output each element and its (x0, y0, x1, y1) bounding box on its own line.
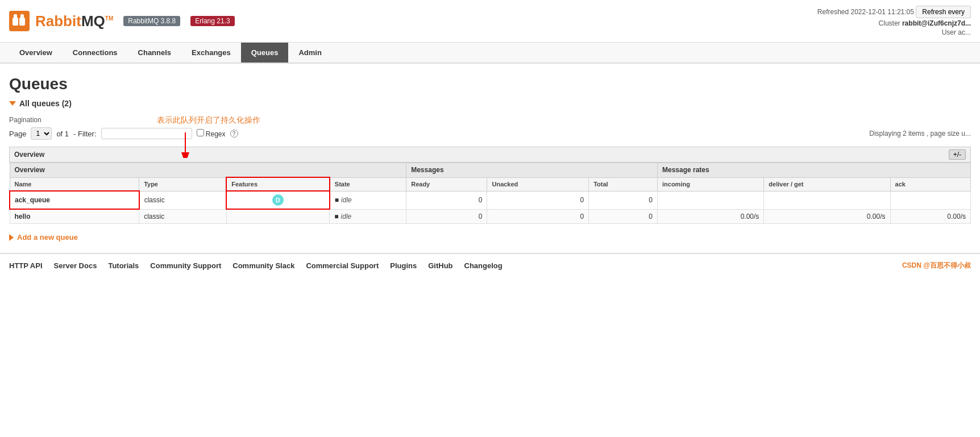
footer-github[interactable]: GitHub (428, 261, 452, 270)
footer-commercial-support[interactable]: Commercial Support (306, 261, 379, 270)
logo-area: RabbitMQTM RabbitMQ 3.8.8 Erlang 21.3 (9, 11, 235, 31)
add-queue-expand-icon (9, 234, 14, 241)
add-queue-label: Add a new queue (17, 233, 78, 242)
logo-text: RabbitMQTM (35, 13, 113, 30)
footer-changelog[interactable]: Changelog (464, 261, 503, 270)
row-name[interactable]: ack_queue (10, 191, 139, 209)
row-deliver-get (764, 191, 890, 209)
row-unacked: 0 (487, 209, 589, 224)
row-ready: 0 (406, 209, 487, 224)
col-incoming[interactable]: incoming (657, 177, 763, 191)
row-total: 0 (589, 191, 658, 209)
col-features[interactable]: Features (226, 177, 330, 191)
erlang-version-badge: Erlang 21.3 (190, 16, 234, 26)
filter-label: - Filter: (73, 130, 96, 138)
regex-help-icon[interactable]: ? (230, 130, 238, 138)
annotation-arrow-icon (180, 130, 214, 158)
col-name[interactable]: Name (10, 177, 139, 191)
col-state[interactable]: State (330, 177, 406, 191)
footer: HTTP API Server Docs Tutorials Community… (0, 253, 980, 277)
col-deliver-get[interactable]: deliver / get (764, 177, 890, 191)
row-name[interactable]: hello (10, 209, 139, 224)
filter-input[interactable] (101, 128, 192, 139)
cluster-info: Cluster rabbit@iZuf6cnjz7d... (817, 19, 971, 27)
row-type: classic (139, 209, 227, 224)
table-container: 表示此队列开启了持久化操作 Overview +/- Overview Mess… (9, 147, 971, 224)
msg-rates-col-header: Message rates (657, 163, 970, 178)
plus-minus-button[interactable]: +/- (949, 149, 966, 160)
row-total: 0 (589, 209, 658, 224)
refreshed-timestamp: Refreshed 2022-12-01 11:21:05 Refresh ev… (817, 6, 971, 18)
page-label: Page (9, 130, 26, 138)
row-state: ■idle (330, 191, 406, 209)
cluster-name: rabbit@iZuf6cnjz7d... (902, 19, 971, 27)
rabbitmq-version-badge: RabbitMQ 3.8.8 (123, 16, 180, 26)
rabbit-logo-icon (9, 11, 30, 31)
footer-community-support[interactable]: Community Support (150, 261, 221, 270)
row-ack: 0.00/s (890, 209, 970, 224)
pagination-label: Pagination (9, 116, 971, 124)
footer-http-api[interactable]: HTTP API (9, 261, 43, 270)
nav-exchanges[interactable]: Exchanges (181, 43, 241, 63)
footer-server-docs[interactable]: Server Docs (54, 261, 97, 270)
annotation-text: 表示此队列开启了持久化操作 (157, 115, 260, 126)
footer-credit: CSDN @百思不得小叔 (902, 261, 971, 270)
row-type: classic (139, 191, 227, 209)
row-ready: 0 (406, 191, 487, 209)
messages-col-header: Messages (406, 163, 658, 178)
row-features (226, 209, 330, 224)
row-state: ■idle (330, 209, 406, 224)
col-total[interactable]: Total (589, 177, 658, 191)
page-select[interactable]: 1 (31, 127, 52, 140)
main-content: Queues All queues (2) Pagination Page 1 … (0, 64, 980, 253)
nav-queues[interactable]: Queues (241, 43, 289, 63)
refresh-every-button[interactable]: Refresh every (916, 6, 971, 18)
all-queues-label: All queues (2) (19, 99, 72, 108)
page-title: Queues (9, 75, 971, 93)
col-type[interactable]: Type (139, 177, 227, 191)
footer-plugins[interactable]: Plugins (390, 261, 417, 270)
svg-rect-2 (14, 14, 17, 20)
add-queue-section[interactable]: Add a new queue (9, 233, 971, 242)
displaying-info: Displaying 2 items , page size u... (869, 130, 971, 138)
collapse-triangle-icon (9, 101, 16, 106)
col-unacked[interactable]: Unacked (487, 177, 589, 191)
row-deliver-get: 0.00/s (764, 209, 890, 224)
row-unacked: 0 (487, 191, 589, 209)
row-incoming: 0.00/s (657, 209, 763, 224)
col-ready[interactable]: Ready (406, 177, 487, 191)
nav-overview[interactable]: Overview (9, 43, 63, 63)
queues-table: Overview Messages Message rates Name Typ… (9, 163, 971, 224)
nav-connections[interactable]: Connections (63, 43, 128, 63)
col-ack[interactable]: ack (890, 177, 970, 191)
overview-col-header: Overview (10, 163, 406, 178)
table-row: hello classic ■idle 0 0 0 0.00/s 0.00/s … (10, 209, 971, 224)
row-ack (890, 191, 970, 209)
of-label: of 1 (56, 130, 69, 138)
footer-community-slack[interactable]: Community Slack (232, 261, 294, 270)
navbar: Overview Connections Channels Exchanges … (0, 43, 980, 64)
nav-admin[interactable]: Admin (288, 43, 331, 63)
svg-rect-3 (20, 14, 24, 20)
header-right: Refreshed 2022-12-01 11:21:05 Refresh ev… (817, 6, 971, 36)
pagination-row: Page 1 of 1 - Filter: Regex ? Displaying… (9, 127, 971, 140)
header: RabbitMQTM RabbitMQ 3.8.8 Erlang 21.3 Re… (0, 0, 980, 43)
feature-d-badge[interactable]: D (272, 194, 284, 206)
user-info: User ac... (817, 28, 971, 36)
row-features: D (226, 191, 330, 209)
row-incoming (657, 191, 763, 209)
overview-section-label: Overview (14, 151, 44, 159)
all-queues-section-header[interactable]: All queues (2) (9, 99, 971, 108)
footer-tutorials[interactable]: Tutorials (108, 261, 139, 270)
nav-channels[interactable]: Channels (128, 43, 182, 63)
table-section-header: Overview +/- (9, 147, 971, 163)
table-row: ack_queue classic D ■idle 0 0 0 (10, 191, 971, 209)
